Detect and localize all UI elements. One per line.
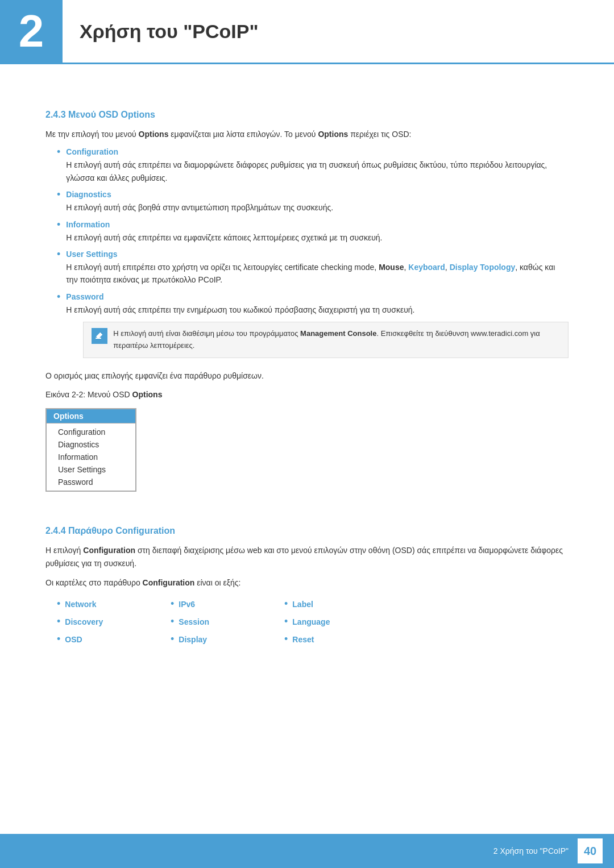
list-item: Configuration	[47, 426, 135, 438]
tab-item-osd: • OSD	[57, 633, 171, 645]
tab-label-display: Display	[179, 635, 207, 644]
bullet-label-information: Information	[66, 220, 569, 229]
note-box: Η επιλογή αυτή είναι διαθέσιμη μέσω του …	[83, 322, 569, 358]
pencil-icon	[94, 331, 105, 341]
osd-menu-caption: Εικόνα 2-2: Μενού OSD Options	[45, 390, 569, 399]
osd-menu-items: Configuration Diagnostics Information Us…	[47, 423, 135, 491]
bullet-label-usersettings: User Settings	[66, 250, 569, 259]
list-item: • Diagnostics Η επιλογή αυτή σάς βοηθά σ…	[57, 190, 569, 214]
bullet-dot-icon: •	[57, 146, 60, 158]
bullet-desc-information: Η επιλογή αυτή σάς επιτρέπει να εμφανίζε…	[66, 233, 382, 242]
bullet-desc-usersettings: Η επιλογή αυτή επιτρέπει στο χρήστη να ο…	[66, 263, 555, 284]
section-244-heading: 2.4.4 Παράθυρο Configuration	[45, 526, 569, 536]
tab-item-network: • Network	[57, 598, 171, 610]
footer-text: 2 Χρήση του "PCoIP"	[493, 846, 569, 855]
tab-item-discovery: • Discovery	[57, 616, 171, 628]
tab-label-ipv6: IPv6	[179, 600, 195, 609]
tab-label-reset: Reset	[292, 635, 314, 644]
tab-dot-icon: •	[284, 616, 288, 628]
tab-dot-icon: •	[57, 616, 60, 628]
bullet-desc-configuration: Η επιλογή αυτή σάς επιτρέπει να διαμορφώ…	[66, 160, 547, 182]
bullet-label-configuration: Configuration	[66, 147, 569, 156]
tab-item-display: • Display	[171, 633, 284, 645]
tab-item-reset: • Reset	[284, 633, 398, 645]
tab-dot-icon: •	[171, 616, 174, 628]
configuration-tabs-grid: • Network • IPv6 • Label • Discovery • S…	[57, 598, 569, 645]
bullet-dot-icon: •	[57, 248, 60, 260]
list-item: • Information Η επιλογή αυτή σάς επιτρέπ…	[57, 220, 569, 244]
footer-page-number: 40	[578, 838, 603, 863]
tab-dot-icon: •	[57, 633, 60, 645]
tab-item-ipv6: • IPv6	[171, 598, 284, 610]
tab-label-label: Label	[292, 600, 313, 609]
section-243: 2.4.3 Μενού OSD Options Με την επιλογή τ…	[45, 110, 569, 509]
list-item: • User Settings Η επιλογή αυτή επιτρέπει…	[57, 250, 569, 286]
main-content: 2.4.3 Μενού OSD Options Με την επιλογή τ…	[0, 87, 614, 702]
bullet-desc-diagnostics: Η επιλογή αυτή σάς βοηθά στην αντιμετώπι…	[66, 203, 333, 212]
bullet-desc-password: Η επιλογή αυτή σάς επιτρέπει την ενημέρω…	[66, 305, 414, 314]
page-footer: 2 Χρήση του "PCoIP" 40	[0, 834, 614, 868]
section-244-intro: Η επιλογή Configuration στη διεπαφή διαχ…	[45, 544, 569, 570]
tab-item-session: • Session	[171, 616, 284, 628]
options-bullet-list: • Configuration Η επιλογή αυτή σάς επιτρ…	[57, 147, 569, 363]
tab-label-language: Language	[292, 617, 330, 626]
bullet-label-password: Password	[66, 292, 569, 301]
bullet-label-diagnostics: Diagnostics	[66, 190, 569, 199]
osd-menu-mockup: Options Configuration Diagnostics Inform…	[45, 408, 136, 492]
tab-label-osd: OSD	[65, 635, 82, 644]
list-item: • Password Η επιλογή αυτή σάς επιτρέπει …	[57, 292, 569, 364]
list-item: User Settings	[47, 463, 135, 476]
tab-label-discovery: Discovery	[65, 617, 103, 626]
tab-label-session: Session	[179, 617, 209, 626]
note-text: Η επιλογή αυτή είναι διαθέσιμη μέσω του …	[113, 328, 560, 352]
list-item: Information	[47, 451, 135, 463]
chapter-number: 2	[0, 0, 63, 63]
bullet-dot-icon: •	[57, 189, 60, 201]
tab-dot-icon: •	[284, 598, 288, 610]
section-243-heading: 2.4.3 Μενού OSD Options	[45, 110, 569, 120]
section-244-tabs-intro: Οι καρτέλες στο παράθυρο Configuration ε…	[45, 576, 569, 589]
bullet-dot-icon: •	[57, 219, 60, 231]
note-icon	[92, 328, 107, 344]
tab-item-language: • Language	[284, 616, 398, 628]
bullet-dot-icon: •	[57, 291, 60, 303]
tab-dot-icon: •	[57, 598, 60, 610]
chapter-title-block: Χρήση του "PCoIP"	[63, 0, 276, 63]
list-item: • Configuration Η επιλογή αυτή σάς επιτρ…	[57, 147, 569, 184]
tab-label-network: Network	[65, 600, 96, 609]
section-243-intro: Με την επιλογή του μενού Options εμφανίζ…	[45, 128, 569, 140]
tab-dot-icon: •	[284, 633, 288, 645]
section-244: 2.4.4 Παράθυρο Configuration Η επιλογή C…	[45, 526, 569, 645]
chapter-title: Χρήση του "PCoIP"	[80, 20, 259, 43]
tab-dot-icon: •	[171, 598, 174, 610]
tab-dot-icon: •	[171, 633, 174, 645]
list-item: Password	[47, 476, 135, 488]
chapter-header: 2 Χρήση του "PCoIP"	[0, 0, 614, 64]
section-243-summary: Ο ορισμός μιας επιλογής εμφανίζει ένα πα…	[45, 369, 569, 382]
list-item: Diagnostics	[47, 438, 135, 451]
osd-menu-header: Options	[47, 409, 135, 423]
tab-item-label: • Label	[284, 598, 398, 610]
